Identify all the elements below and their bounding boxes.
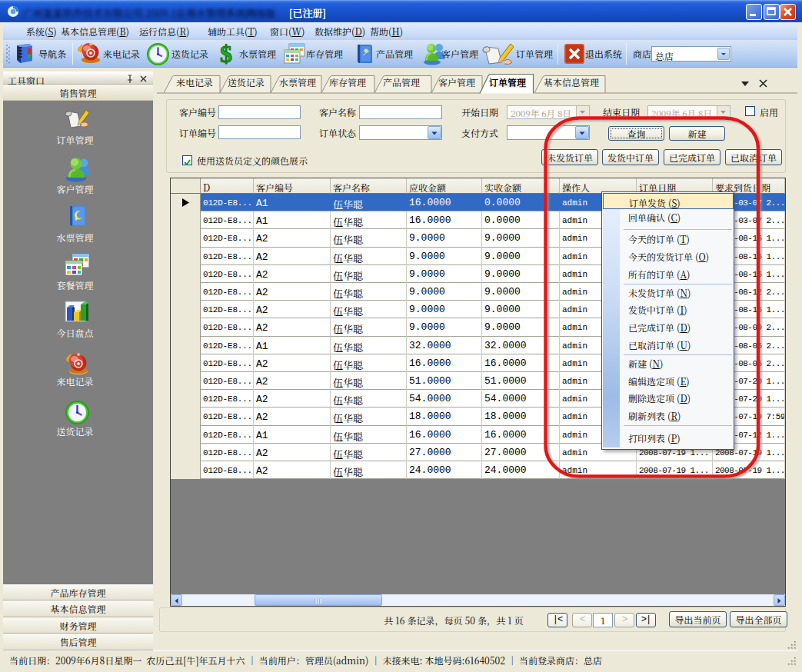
svg-text:$: $ [220, 42, 232, 67]
